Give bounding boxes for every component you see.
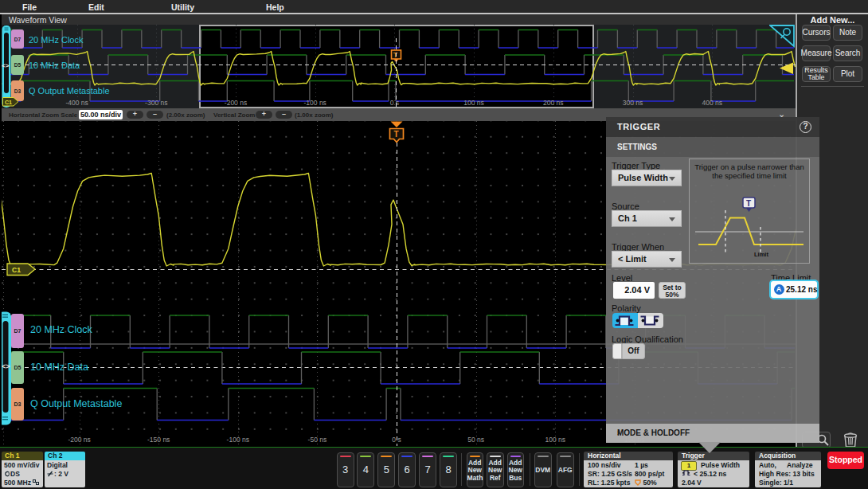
ch1-ground-marker-overview[interactable]: C1	[2, 97, 20, 107]
ch1-title: Ch 1	[2, 452, 43, 460]
logic-qualification-value[interactable]: Off	[622, 343, 645, 359]
menu-file[interactable]: File	[22, 2, 37, 12]
channel-label-d7: 20 MHz Clock	[30, 324, 92, 335]
channel-label-d3: Q Output Metastable	[30, 398, 122, 409]
channel-3-button[interactable]: 3	[337, 452, 354, 487]
d5-drag-icon[interactable]: <>	[2, 62, 9, 69]
overview-axis-label: -300 ns	[145, 99, 167, 107]
acquisition-badge[interactable]: Acquisition Auto, Analyze High Res: 13 b…	[755, 452, 821, 487]
channel-5-button[interactable]: 5	[377, 452, 395, 487]
menu-utility[interactable]: Utility	[171, 2, 194, 12]
menu-help[interactable]: Help	[266, 2, 284, 12]
overview-strip: -400 ns-300 ns-200 ns-100 ns0 s100 ns200…	[2, 25, 796, 108]
dvm-button[interactable]: DVM	[534, 452, 552, 487]
trigger-position-line	[397, 143, 397, 446]
channel-number: 7	[420, 464, 436, 475]
polarity-positive-button[interactable]	[612, 313, 638, 328]
afg-label: AFG	[557, 467, 573, 475]
channel-label-d5: 10 MHz Data	[30, 362, 88, 373]
help-icon[interactable]: ?	[800, 121, 811, 133]
level-value-box[interactable]: 2.04 V	[613, 282, 655, 299]
trigger-level: 2.04 V	[682, 479, 702, 487]
tab-mode-holdoff[interactable]: MODE & HOLDOFF ›	[606, 424, 819, 443]
trigger-badge[interactable]: Trigger 1 Pulse Width < 25.12 ns 2.04 V	[678, 452, 749, 487]
trigger-level-arrow[interactable]	[778, 62, 794, 75]
zoom-overview-icon[interactable]	[769, 25, 796, 48]
button-color-line	[490, 456, 501, 457]
trigger-marker-overview[interactable]: T	[389, 49, 403, 63]
add-new-note-button[interactable]: Note	[833, 25, 862, 41]
add-new-title: Add New...	[797, 15, 868, 25]
polarity-label: Polarity	[612, 303, 641, 313]
channel-number: 8	[440, 464, 456, 475]
add-new-bus-button[interactable]: AddNewBus	[507, 452, 525, 487]
add-new-search-button[interactable]: Search	[833, 45, 862, 61]
button-label: AddNewMath	[467, 460, 483, 483]
ch2-threshold: : 2 V	[47, 470, 85, 479]
trigger-type-dropdown[interactable]: Pulse Width	[612, 170, 682, 186]
trigger-marker-main[interactable]: T	[387, 121, 407, 143]
stopped-button[interactable]: Stopped	[827, 452, 864, 469]
svg-text:T: T	[394, 130, 399, 139]
menu-edit[interactable]: Edit	[88, 2, 104, 12]
hint-line1: Trigger on a pulse narrower than	[694, 162, 803, 171]
level-value: 2.04 V	[624, 285, 650, 295]
ch1-details: 500 mV/div DS 500 MHz	[2, 460, 43, 487]
channel-badge-ch1[interactable]: Ch 1 500 mV/div DS 500 MHz	[2, 452, 43, 487]
ch1-ground-marker[interactable]: C1	[6, 263, 38, 276]
overview-axis-label: 400 ns	[702, 99, 722, 107]
h-zoom-minus-button[interactable]: –	[147, 111, 163, 119]
channel-color-line	[422, 456, 433, 457]
channel-color-line	[340, 456, 351, 457]
trigger-when: < 25.12 ns	[694, 470, 726, 478]
afg-button[interactable]: AFG	[557, 452, 574, 487]
v-zoom-plus-button[interactable]: +	[256, 111, 272, 119]
overview-axis-label: 300 ns	[623, 99, 643, 107]
channel-6-button[interactable]: 6	[398, 452, 416, 487]
channel-4-button[interactable]: 4	[357, 452, 374, 487]
trigger-hint-pulse-drawing: T Limit	[690, 187, 809, 263]
add-new-separator	[801, 86, 864, 87]
channel-badge-ch2[interactable]: Ch 2 Digital : 2 V	[45, 452, 85, 487]
time-limit-value-box[interactable]: A 25.12 ns	[769, 280, 819, 299]
v-zoom-minus-button[interactable]: –	[276, 111, 292, 119]
channel-color-line	[443, 456, 454, 457]
h-duration: 1 µs	[635, 461, 648, 469]
main-axis-label: -50 ns	[308, 436, 327, 444]
source-dropdown[interactable]: Ch 1	[612, 210, 682, 227]
channel-number: 5	[378, 464, 394, 475]
v-zoom-label: Vertical Zoom	[213, 111, 255, 119]
horizontal-badge[interactable]: Horizontal 100 ns/div 1 µs SR: 1.25 GS/s…	[584, 452, 673, 487]
overview-waveforms	[2, 25, 796, 108]
horizontal-title: Horizontal	[584, 452, 673, 460]
d5-drag-icon-main[interactable]: <>	[2, 362, 10, 370]
add-new-plot-button[interactable]: Plot	[833, 66, 862, 82]
polarity-negative-button[interactable]	[638, 313, 663, 328]
overview-axis-label: 200 ns	[543, 99, 564, 107]
channel-label-d7: 20 MHz Clock	[29, 35, 83, 45]
channel-7-button[interactable]: 7	[419, 452, 436, 487]
set-to-50-button[interactable]: Set to50%	[659, 282, 686, 299]
add-new-cursors-button[interactable]: Cursors	[802, 25, 831, 41]
h-zoom-factor: (2.00x zoom)	[166, 111, 205, 119]
svg-text:Limit: Limit	[754, 251, 768, 258]
trigger-panel-header: TRIGGER ?	[606, 117, 819, 137]
add-new-math-button[interactable]: AddNewMath	[467, 452, 484, 487]
add-new-measure-button[interactable]: Measure	[802, 45, 831, 61]
h-position: 50%	[635, 479, 657, 487]
h-zoom-scale-value[interactable]: 50.00 ns/div	[79, 110, 123, 119]
trigger-settings-panel: TRIGGER ? SETTINGS Trigger Type Pulse Wi…	[606, 117, 819, 443]
channel-number: 6	[399, 464, 415, 475]
tab-settings[interactable]: SETTINGS	[606, 137, 819, 157]
trigger-when-dropdown[interactable]: < Limit	[612, 251, 682, 268]
channel-8-button[interactable]: 8	[440, 452, 457, 487]
h-zoom-plus-button[interactable]: +	[127, 111, 143, 119]
trigger-when-value: < Limit	[618, 254, 647, 264]
add-new-ref-button[interactable]: AddNewRef	[487, 452, 504, 487]
logic-qualification-toggle[interactable]	[612, 343, 622, 359]
h-samplerate: SR: 1.25 GS/s	[588, 470, 632, 478]
digital-trace	[3, 30, 794, 49]
acq-mode: Auto,	[759, 461, 776, 469]
set-to-50-label: Set to50%	[663, 284, 682, 299]
add-new-results-table-button[interactable]: Results Table	[802, 66, 831, 82]
